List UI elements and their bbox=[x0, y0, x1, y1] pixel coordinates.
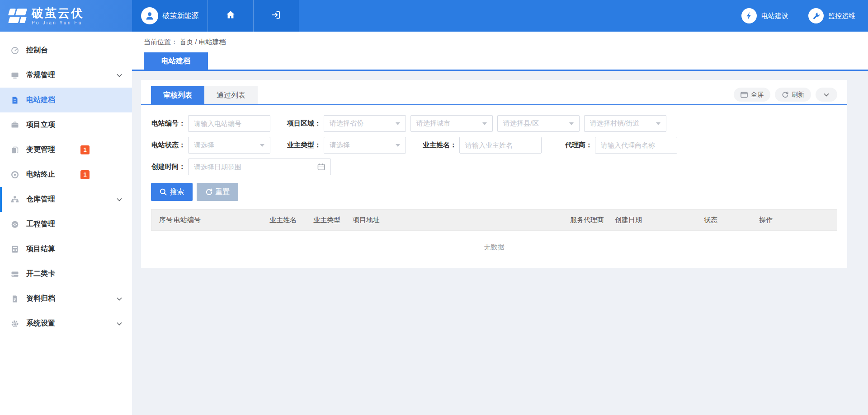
caret-down-icon bbox=[260, 144, 264, 147]
logout-button[interactable] bbox=[253, 0, 299, 32]
sidebar-item-station-termination[interactable]: 电站终止 1 bbox=[0, 162, 132, 187]
dashboard-icon bbox=[11, 47, 19, 55]
lightning-icon bbox=[741, 8, 757, 23]
sidebar-item-dashboard[interactable]: 控制台 bbox=[0, 38, 132, 63]
archive-icon bbox=[11, 295, 19, 303]
sidebar-item-station-archive[interactable]: 电站建档 bbox=[0, 88, 132, 112]
sidebar-item-data-archive[interactable]: 资料归档 bbox=[0, 286, 132, 311]
refresh-icon bbox=[782, 91, 788, 98]
reset-icon bbox=[205, 188, 212, 196]
header-nav: 电站建设 监控运维 bbox=[741, 0, 868, 32]
tab-review-list[interactable]: 审核列表 bbox=[151, 86, 204, 104]
card-tabs: 审核列表 通过列表 全屏 刷新 bbox=[141, 80, 847, 105]
monitor-icon bbox=[11, 71, 19, 79]
refresh-button[interactable]: 刷新 bbox=[775, 88, 811, 102]
card-icon bbox=[11, 270, 19, 278]
date-range-input[interactable] bbox=[194, 163, 317, 171]
province-select[interactable]: 请选择省份 bbox=[324, 115, 406, 132]
search-icon bbox=[160, 188, 167, 196]
filter-actions: 搜索 重置 bbox=[151, 183, 837, 201]
results-table: 序号 电站编号 业主姓名 业主类型 项目地址 服务代理商 创建日期 状态 操作 … bbox=[151, 209, 837, 263]
document-icon bbox=[11, 96, 19, 104]
owner-name-input[interactable] bbox=[465, 141, 536, 149]
reset-button[interactable]: 重置 bbox=[197, 183, 238, 201]
date-range-picker[interactable] bbox=[188, 159, 331, 175]
card-toolbar: 全屏 刷新 bbox=[734, 88, 837, 102]
sidebar: 控制台 常规管理 电站建档 项目立项 变更管理 1 电站终止 1 仓库管理 bbox=[0, 32, 132, 415]
app-title: 破茧云伏 bbox=[32, 7, 84, 19]
create-time-label: 创建时间： bbox=[151, 163, 185, 171]
caret-down-icon bbox=[396, 144, 400, 147]
wrench-icon bbox=[808, 8, 824, 23]
nav-label: 电站建设 bbox=[761, 12, 788, 20]
breadcrumb: 当前位置： 首页 / 电站建档 bbox=[144, 37, 868, 47]
filter-row-3: 创建时间： bbox=[151, 159, 837, 175]
breadcrumb-label: 当前位置： bbox=[144, 38, 178, 46]
station-code-label: 电站编号： bbox=[151, 119, 185, 128]
caret-down-icon bbox=[656, 122, 660, 125]
home-button[interactable] bbox=[208, 0, 253, 32]
app-header: 破茧云伏 Po Jian Yun Fu 破茧新能源 bbox=[0, 0, 868, 32]
station-status-select[interactable]: 请选择 bbox=[188, 137, 270, 154]
briefcase-icon bbox=[11, 121, 19, 129]
caret-down-icon bbox=[482, 122, 487, 125]
calculator-icon bbox=[11, 245, 19, 253]
filter-row-2: 电站状态： 请选择 业主类型： 请选择 业主姓名： 代理商： bbox=[151, 137, 837, 154]
chevron-down-icon bbox=[824, 93, 829, 97]
user-menu[interactable]: 破茧新能源 bbox=[132, 0, 208, 32]
station-code-input[interactable] bbox=[194, 120, 264, 127]
sidebar-item-project-settlement[interactable]: 项目结算 bbox=[0, 237, 132, 261]
caret-down-icon bbox=[396, 122, 400, 125]
sidebar-item-warehouse-management[interactable]: 仓库管理 bbox=[0, 187, 132, 212]
county-select[interactable]: 请选择县/区 bbox=[497, 115, 580, 132]
target-icon bbox=[11, 171, 19, 179]
chevron-down-icon bbox=[117, 74, 122, 77]
city-select[interactable]: 请选择城市 bbox=[410, 115, 493, 132]
logo-icon bbox=[9, 9, 26, 23]
town-select[interactable]: 请选择村镇/街道 bbox=[584, 115, 666, 132]
col-service-agent: 服务代理商 bbox=[570, 216, 615, 224]
sidebar-item-change-management[interactable]: 变更管理 1 bbox=[0, 137, 132, 162]
fullscreen-button[interactable]: 全屏 bbox=[734, 88, 770, 102]
tab-passed-list[interactable]: 通过列表 bbox=[204, 86, 258, 104]
nav-label: 监控运维 bbox=[828, 12, 855, 20]
agent-input[interactable] bbox=[601, 141, 671, 149]
col-status: 状态 bbox=[704, 216, 759, 224]
nav-monitoring-ops[interactable]: 监控运维 bbox=[808, 8, 855, 23]
owner-type-select[interactable]: 请选择 bbox=[324, 137, 406, 154]
owner-name-label: 业主姓名： bbox=[422, 141, 457, 149]
collapse-button[interactable] bbox=[816, 88, 837, 102]
app-logo: 破茧云伏 Po Jian Yun Fu bbox=[0, 0, 132, 32]
calendar-icon bbox=[317, 163, 325, 171]
col-create-date: 创建日期 bbox=[615, 216, 704, 224]
chevron-down-icon bbox=[117, 322, 122, 326]
search-button[interactable]: 搜索 bbox=[151, 183, 193, 201]
avatar bbox=[141, 7, 158, 24]
content-card: 审核列表 通过列表 全屏 刷新 bbox=[141, 80, 847, 268]
app-subtitle: Po Jian Yun Fu bbox=[32, 20, 84, 25]
col-project-address: 项目地址 bbox=[353, 216, 570, 224]
nav-station-construction[interactable]: 电站建设 bbox=[741, 8, 788, 23]
sidebar-item-open-type2-card[interactable]: 开二类卡 bbox=[0, 261, 132, 286]
page-tab-station-archive[interactable]: 电站建档 bbox=[144, 52, 208, 70]
table-header-row: 序号 电站编号 业主姓名 业主类型 项目地址 服务代理商 创建日期 状态 操作 bbox=[151, 209, 837, 231]
fullscreen-icon bbox=[741, 92, 748, 98]
gauge-icon bbox=[11, 220, 19, 228]
user-name: 破茧新能源 bbox=[163, 11, 199, 21]
main-area: 当前位置： 首页 / 电站建档 电站建档 审核列表 通过列表 全屏 bbox=[132, 32, 868, 415]
logout-icon bbox=[271, 9, 282, 22]
empty-state: 无数据 bbox=[151, 231, 837, 263]
sidebar-item-system-settings[interactable]: 系统设置 bbox=[0, 311, 132, 336]
home-icon bbox=[225, 9, 236, 22]
col-station-code: 电站编号 bbox=[174, 216, 269, 224]
sidebar-item-project-initiation[interactable]: 项目立项 bbox=[0, 112, 132, 137]
status-badge: 1 bbox=[80, 170, 90, 179]
gear-icon bbox=[11, 320, 19, 328]
chevron-down-icon bbox=[117, 297, 122, 301]
sidebar-item-engineering-management[interactable]: 工程管理 bbox=[0, 212, 132, 237]
col-owner-type: 业主类型 bbox=[313, 216, 353, 224]
col-index: 序号 bbox=[159, 216, 174, 224]
filter-row-1: 电站编号： 项目区域： 请选择省份 请选择城市 请选择县/区 请选择村镇/街道 bbox=[151, 115, 837, 132]
station-status-label: 电站状态： bbox=[151, 141, 185, 149]
sidebar-item-general-management[interactable]: 常规管理 bbox=[0, 63, 132, 88]
